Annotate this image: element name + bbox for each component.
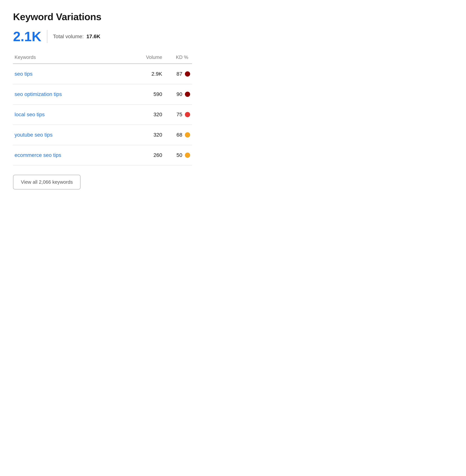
kd-value: 75 <box>176 112 182 118</box>
kd-value: 87 <box>176 71 182 77</box>
kd-cell: 50 <box>162 152 192 158</box>
total-volume-value: 17.6K <box>86 34 101 39</box>
table-row: seo optimization tips59090 <box>13 84 192 104</box>
keyword-link[interactable]: seo tips <box>13 71 129 77</box>
volume-value: 320 <box>129 132 162 138</box>
page-title: Keyword Variations <box>13 11 192 22</box>
table-row: seo tips2.9K87 <box>13 64 192 84</box>
kd-cell: 87 <box>162 71 192 77</box>
keyword-count: 2.1K <box>13 30 41 43</box>
volume-value: 260 <box>129 152 162 158</box>
kd-value: 68 <box>176 132 182 138</box>
col-header-volume: Volume <box>129 54 162 60</box>
table-row: youtube seo tips32068 <box>13 125 192 145</box>
vertical-divider <box>47 30 47 43</box>
volume-value: 590 <box>129 91 162 97</box>
kd-difficulty-dot <box>185 92 190 97</box>
kd-cell: 68 <box>162 132 192 138</box>
col-header-kd: KD % <box>162 54 192 60</box>
keyword-link[interactable]: ecommerce seo tips <box>13 152 129 158</box>
kd-value: 50 <box>176 152 182 158</box>
table-row: local seo tips32075 <box>13 104 192 125</box>
keyword-link[interactable]: seo optimization tips <box>13 91 129 97</box>
total-volume-container: Total volume: 17.6K <box>53 34 100 39</box>
kd-value: 90 <box>176 91 182 97</box>
volume-value: 320 <box>129 112 162 118</box>
kd-difficulty-dot <box>185 112 190 117</box>
keyword-table: Keywords Volume KD % seo tips2.9K87seo o… <box>13 53 192 165</box>
kd-difficulty-dot <box>185 71 190 77</box>
kd-difficulty-dot <box>185 153 190 158</box>
table-row: ecommerce seo tips26050 <box>13 145 192 165</box>
col-header-keywords: Keywords <box>13 54 129 60</box>
keyword-link[interactable]: youtube seo tips <box>13 132 129 138</box>
keyword-link[interactable]: local seo tips <box>13 112 129 118</box>
table-rows-container: seo tips2.9K87seo optimization tips59090… <box>13 64 192 165</box>
kd-cell: 75 <box>162 112 192 118</box>
kd-cell: 90 <box>162 91 192 97</box>
summary-row: 2.1K Total volume: 17.6K <box>13 30 192 43</box>
view-all-button[interactable]: View all 2,066 keywords <box>13 175 81 190</box>
volume-value: 2.9K <box>129 71 162 77</box>
total-volume-label: Total volume: <box>53 34 84 39</box>
table-header: Keywords Volume KD % <box>13 53 192 64</box>
kd-difficulty-dot <box>185 132 190 137</box>
